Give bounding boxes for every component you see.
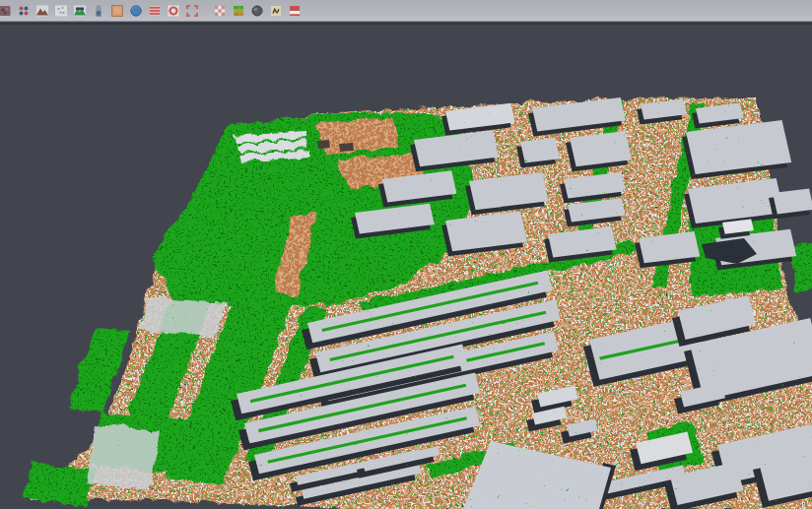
building-roof xyxy=(773,188,812,214)
point-cloud-scene xyxy=(0,25,812,509)
crop-brackets-icon xyxy=(185,4,199,18)
orthophoto-button[interactable] xyxy=(107,1,126,21)
3d-viewport[interactable] xyxy=(0,25,812,509)
points-cluster-icon xyxy=(0,4,12,18)
globe-icon xyxy=(129,4,143,18)
checker-grid-button[interactable] xyxy=(210,1,229,21)
red-layers-button[interactable] xyxy=(145,1,164,21)
red-ring-icon xyxy=(167,4,180,18)
class-scatter-button[interactable] xyxy=(14,1,33,21)
dark-sphere-button[interactable] xyxy=(247,1,266,21)
clear-marks-button[interactable] xyxy=(266,1,285,21)
profile-column-button[interactable] xyxy=(89,1,107,21)
globe-button[interactable] xyxy=(126,1,145,21)
clear-marks-icon xyxy=(269,4,283,18)
red-flag-button[interactable] xyxy=(285,1,304,21)
sparse-points-button[interactable] xyxy=(51,1,70,21)
sparse-points-icon xyxy=(54,4,68,18)
points-cluster-button[interactable] xyxy=(0,1,14,21)
checker-grid-icon xyxy=(213,4,227,18)
terrain-brown-icon xyxy=(35,4,49,18)
crop-brackets-button[interactable] xyxy=(182,1,201,21)
classification-palette-icon xyxy=(232,4,245,18)
classification-palette-button[interactable] xyxy=(229,1,247,21)
orthophoto-icon xyxy=(110,4,124,18)
dark-sphere-icon xyxy=(250,4,264,18)
terrain-brown-button[interactable] xyxy=(33,1,51,21)
vegetation-terrain-icon xyxy=(73,4,87,18)
vegetation-terrain-button[interactable] xyxy=(70,1,89,21)
red-flag-icon xyxy=(288,4,302,18)
class-scatter-icon xyxy=(17,4,31,18)
red-ring-button[interactable] xyxy=(164,1,182,21)
profile-column-icon xyxy=(92,4,105,18)
red-layers-icon xyxy=(148,4,162,18)
main-toolbar xyxy=(0,0,812,22)
